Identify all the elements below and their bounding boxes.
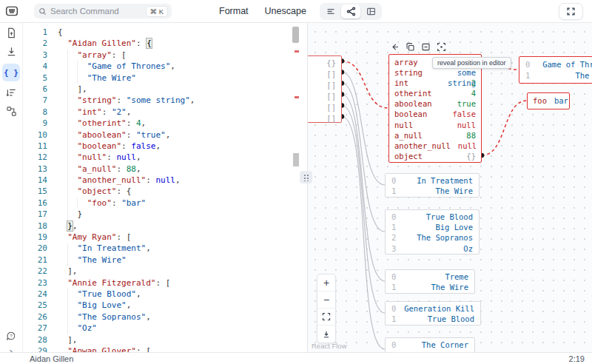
line-number: 19: [22, 232, 47, 243]
editor-scrollbar-thumb[interactable]: [292, 27, 299, 43]
editor-lines: 1{2 "Aidan Gillen": {3 "array": [4 "Game…: [22, 27, 195, 352]
line-number: 25: [22, 300, 47, 311]
node-row: 1The Wire: [386, 186, 479, 196]
graph-node-aidan-gillen[interactable]: arraystringsome stringint2otherint4abool…: [388, 54, 482, 163]
panel-drag-handle[interactable]: [300, 171, 312, 183]
panel-divider[interactable]: [299, 22, 308, 352]
collapse-icon[interactable]: [421, 42, 431, 52]
node-row: nullnull: [389, 120, 481, 130]
fit-view-button[interactable]: [317, 309, 335, 326]
lock-button[interactable]: [317, 326, 335, 343]
node-row: 0In Treatment: [386, 175, 479, 186]
line-number: 23: [22, 277, 47, 289]
node-row: 0Treme: [386, 272, 474, 282]
download-icon: [6, 46, 17, 57]
fit-view-icon: [322, 312, 331, 321]
editor-line: 14 "another_null": null,: [22, 175, 195, 186]
editor-line: 1{: [22, 27, 195, 38]
overview-ruler-mark: [293, 153, 299, 166]
editor-line: 8 "int": "2",: [22, 107, 195, 118]
line-number: 11: [22, 141, 47, 152]
graph-node-alice-farmer[interactable]: 0The Corner: [385, 337, 475, 352]
graph-controls: + −: [317, 274, 336, 343]
line-number: 1: [22, 27, 47, 38]
node-row: 0True Blood: [386, 212, 479, 222]
graph-node-annie-fitzgerald[interactable]: 0True Blood1Big Love2The Sopranos3Oz: [385, 209, 480, 255]
node-row: a_null88: [389, 130, 481, 141]
graph-canvas[interactable]: {}[][][]rd[][] arraystringsome stringint…: [307, 22, 592, 352]
copy-icon[interactable]: [406, 42, 415, 52]
format-button[interactable]: Format: [219, 6, 249, 16]
graph-node-amy-ryan[interactable]: 0In Treatment1The Wire: [385, 173, 480, 198]
node-row: 0Game of Thrones: [519, 59, 592, 70]
line-number: 22: [22, 266, 47, 277]
zoom-in-button[interactable]: +: [317, 274, 335, 291]
node-row: 1Big Love: [386, 222, 479, 232]
line-number: 20: [22, 243, 47, 254]
editor-line: 15 "object": {: [22, 186, 195, 197]
node-row: 2The Sopranos: [386, 232, 479, 243]
graph-node-object-foo[interactable]: foobar: [527, 92, 570, 109]
editor-line: 17 }: [22, 209, 195, 220]
app-window: Search Command ⌘ K Format Unescape: [0, 0, 592, 364]
node-row: 0The Corner: [386, 340, 474, 350]
graph-node-alexander-skarsgard[interactable]: 0Generation Kill1True Blood: [385, 301, 481, 326]
editor-line: 28 ],: [22, 334, 195, 346]
node-row: rd[]: [307, 102, 341, 113]
editor-line: 25 "Big Love",: [22, 300, 195, 311]
editor-line: 18 },: [22, 220, 195, 232]
file-import-icon: [6, 27, 17, 38]
zoom-out-button[interactable]: −: [317, 291, 335, 309]
unescape-button[interactable]: Unescape: [265, 6, 306, 16]
json-code-editor[interactable]: 1{2 "Aidan Gillen": {3 "array": [4 "Game…: [22, 22, 299, 352]
table-view-icon: [366, 7, 376, 16]
line-number: 15: [22, 186, 47, 197]
sidebar-item-transform[interactable]: [2, 84, 20, 101]
app-logo-icon[interactable]: [5, 4, 18, 18]
search-placeholder: Search Command: [50, 7, 147, 16]
line-number: 14: [22, 175, 47, 186]
node-row: 1True Blood: [386, 314, 480, 324]
search-input[interactable]: Search Command ⌘ K: [34, 4, 172, 18]
sidebar-item-download[interactable]: [2, 42, 20, 60]
line-number: 29: [22, 346, 47, 352]
line-number: 9: [22, 118, 47, 129]
node-toolbar: [390, 41, 446, 53]
line-number: 4: [22, 61, 47, 72]
line-number: 24: [22, 289, 47, 300]
sidebar-item-flow[interactable]: [2, 102, 20, 120]
node-row: stringsome string: [389, 67, 481, 78]
graph-view-tab[interactable]: [341, 4, 360, 18]
sidebar-item-json[interactable]: { }: [2, 64, 20, 81]
text-view-tab[interactable]: [321, 4, 340, 18]
download-line-icon: [322, 330, 331, 339]
graph-node-array[interactable]: 0Game of Thrones1The Wire: [519, 56, 592, 84]
node-row: 1The Wire: [386, 282, 474, 292]
node-row: {}: [307, 58, 341, 69]
line-number: 18: [22, 220, 47, 232]
line-number: 12: [22, 152, 47, 163]
editor-line: 26 "The Sopranos",: [22, 311, 195, 323]
fullscreen-button[interactable]: [559, 3, 583, 20]
line-number: 21: [22, 255, 47, 266]
back-arrow-icon[interactable]: [390, 42, 400, 52]
fullscreen-expand-icon: [566, 7, 576, 16]
sidebar-item-import[interactable]: [2, 24, 20, 41]
node-row: []: [307, 80, 341, 91]
editor-line: 27 "Oz": [22, 323, 195, 334]
node-row: []: [307, 113, 341, 124]
graph-view-icon: [346, 7, 356, 16]
editor-line: 29 "Anwan Glover": [: [22, 346, 195, 352]
editor-line: 19 "Amy Ryan": [: [22, 232, 195, 243]
graph-node-root[interactable]: {}[][][]rd[][]: [307, 55, 342, 123]
json-braces-icon: { }: [4, 68, 18, 78]
line-number: 26: [22, 311, 47, 323]
sidebar: { } ? ›: [0, 22, 23, 352]
node-row: object{}: [389, 151, 481, 161]
table-view-tab[interactable]: [361, 4, 380, 18]
focus-icon[interactable]: [437, 42, 446, 52]
editor-line: 23 "Annie Fitzgerald": [: [22, 277, 195, 289]
graph-node-anwan-glover[interactable]: 0Treme1The Wire: [385, 269, 475, 294]
drag-dots-icon: [303, 174, 309, 181]
editor-line: 4 "Game of Thrones",: [22, 61, 195, 72]
